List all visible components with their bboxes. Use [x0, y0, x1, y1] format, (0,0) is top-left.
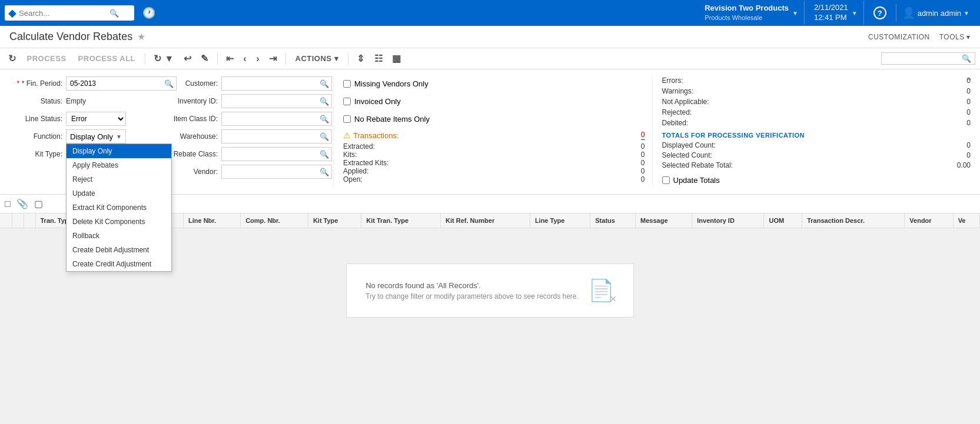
customer-row: Customer: 🔍 [135, 76, 326, 91]
warehouse-input[interactable] [222, 130, 317, 143]
rebate-class-input[interactable] [222, 148, 317, 161]
process-button[interactable]: PROCESS [22, 52, 71, 65]
invoiced-only-label: Invoiced Only [354, 97, 401, 106]
toolbar: ↻ PROCESS PROCESS ALL ↻ ▼ ↩ ✎ ⇤ ‹ › ⇥ AC… [0, 48, 980, 69]
table-add-row-button[interactable]: □ [4, 198, 12, 211]
company-selector[interactable]: Revision Two Products Products Wholesale… [699, 1, 805, 24]
item-class-search-btn[interactable]: 🔍 [317, 115, 331, 123]
inventory-id-input-wrapper[interactable]: 🔍 [221, 94, 332, 108]
function-dropdown-arrow-icon: ▼ [116, 133, 122, 140]
vendor-search-btn[interactable]: 🔍 [317, 168, 331, 176]
function-label: Function: [9, 132, 62, 141]
col-vendor: Vendor [905, 213, 953, 228]
col-message: Message [636, 213, 692, 228]
function-dropdown[interactable]: Display Only ▼ [66, 129, 126, 143]
missing-vendors-row: Missing Vendors Only [343, 76, 645, 91]
item-class-input[interactable] [222, 112, 317, 125]
page-header-actions: CUSTOMIZATION TOOLS ▾ [868, 33, 971, 41]
col-uom: UOM [764, 213, 802, 228]
function-display-value: Display Only [70, 132, 113, 141]
tools-button[interactable]: TOOLS ▾ [939, 33, 971, 41]
export-button[interactable]: ☷ [371, 51, 387, 66]
collapse-button[interactable]: ⌃ [966, 76, 973, 86]
update-totals-checkbox[interactable] [662, 176, 670, 184]
customer-search-btn[interactable]: 🔍 [317, 79, 331, 88]
function-option-delete-kit[interactable]: Delete Kit Components [67, 215, 171, 229]
function-option-create-credit[interactable]: Create Credit Adjustment [67, 257, 171, 271]
column-config-button[interactable]: ⇕ [353, 51, 368, 66]
function-option-display-only[interactable]: Display Only [67, 144, 171, 158]
form-col-3: Missing Vendors Only Invoiced Only No Re… [333, 76, 652, 187]
favorite-icon[interactable]: ★ [137, 31, 145, 42]
col-comp-nbr: Comp. Nbr. [241, 213, 308, 228]
separator-1 [145, 53, 145, 65]
warehouse-label: Warehouse: [135, 132, 218, 141]
fin-period-label: * Fin. Period: [9, 79, 62, 88]
toolbar-search-input[interactable] [885, 55, 962, 63]
actions-button[interactable]: ACTIONS ▾ [291, 52, 344, 65]
kits-row: Kits: 0 [343, 151, 645, 159]
undo-button[interactable]: ↩ [180, 51, 195, 66]
function-option-rollback[interactable]: Rollback [67, 229, 171, 243]
toolbar-search-box[interactable]: 🔍 [881, 52, 975, 65]
invoiced-only-checkbox[interactable] [343, 98, 351, 105]
function-option-reject[interactable]: Reject [67, 172, 171, 186]
rebate-class-search-btn[interactable]: 🔍 [317, 150, 331, 159]
col-kit-ref-number: Kit Ref. Number [441, 213, 530, 228]
vendor-input-wrapper[interactable]: 🔍 [221, 165, 332, 179]
help-button[interactable]: ? [868, 4, 892, 22]
edit-button[interactable]: ✎ [197, 51, 212, 66]
datetime-selector[interactable]: 2/11/2021 12:41 PM ▼ [808, 1, 864, 25]
search-box[interactable]: ◆ 🔍 [5, 5, 134, 21]
refresh-button[interactable]: ↻ [5, 51, 20, 66]
warehouse-search-btn[interactable]: 🔍 [317, 132, 331, 141]
prev-button[interactable]: ‹ [240, 51, 250, 66]
last-button[interactable]: ⇥ [265, 51, 281, 66]
vendor-input[interactable] [222, 165, 317, 178]
toolbar-search-icon: 🔍 [962, 54, 971, 63]
update-totals-row: Update Totals [662, 173, 971, 187]
table-attachment-button[interactable]: 📎 [15, 197, 29, 211]
first-button[interactable]: ⇤ [222, 51, 238, 66]
item-class-input-wrapper[interactable]: 🔍 [221, 112, 332, 126]
no-rebate-items-checkbox-label[interactable]: No Rebate Items Only [343, 115, 430, 123]
empty-state-text: No records found as 'All Records'. Try t… [366, 281, 579, 301]
warehouse-input-wrapper[interactable]: 🔍 [221, 129, 332, 143]
customer-input[interactable] [222, 77, 317, 90]
form-col-1: * Fin. Period: 🔍 Status: Empty Line Stat… [9, 76, 133, 187]
inventory-id-input[interactable] [222, 95, 317, 108]
missing-vendors-checkbox[interactable] [343, 80, 351, 88]
customization-button[interactable]: CUSTOMIZATION [868, 33, 930, 41]
table-new-row-button[interactable]: ▢ [33, 197, 44, 211]
inventory-id-search-btn[interactable]: 🔍 [317, 97, 331, 106]
empty-state-sub: Try to change filter or modify parameter… [366, 292, 579, 301]
transactions-metrics: ⚠ Transactions: 0 Extracted: 0 Kits: 0 E… [343, 131, 645, 183]
rebate-class-input-wrapper[interactable]: 🔍 [221, 147, 332, 161]
datetime-chevron-icon: ▼ [852, 10, 858, 16]
customer-input-wrapper[interactable]: 🔍 [221, 76, 332, 91]
history-icon[interactable]: 🕐 [138, 4, 160, 22]
filter-button[interactable]: ▦ [388, 51, 405, 66]
undo-dropdown-button[interactable]: ↻ ▼ [150, 51, 178, 66]
update-totals-checkbox-label[interactable]: Update Totals [662, 176, 720, 185]
process-all-button[interactable]: PROCESS ALL [74, 52, 140, 65]
separator-4 [348, 53, 348, 65]
line-status-select[interactable]: Error [66, 112, 126, 126]
function-option-apply-rebates[interactable]: Apply Rebates [67, 158, 171, 172]
extracted-kits-row: Extracted Kits: 0 [343, 159, 645, 167]
user-menu[interactable]: 👤 admin admin ▼ [896, 4, 975, 22]
kit-type-label: Kit Type: [9, 150, 62, 158]
line-status-label: Line Status: [9, 115, 62, 123]
col-ve: Ve [953, 213, 979, 228]
actions-label: ACTIONS ▾ [295, 54, 339, 63]
function-option-extract-kit[interactable]: Extract Kit Components [67, 201, 171, 215]
search-input[interactable] [19, 9, 107, 18]
function-option-create-debit[interactable]: Create Debit Adjustment [67, 243, 171, 257]
no-rebate-items-label: No Rebate Items Only [354, 115, 430, 123]
no-rebate-items-checkbox[interactable] [343, 115, 351, 123]
not-applicable-row: Not Applicable: 0 [662, 98, 971, 106]
invoiced-only-checkbox-label[interactable]: Invoiced Only [343, 97, 401, 106]
missing-vendors-checkbox-label[interactable]: Missing Vendors Only [343, 79, 428, 88]
function-option-update[interactable]: Update [67, 186, 171, 201]
next-button[interactable]: › [253, 51, 263, 66]
